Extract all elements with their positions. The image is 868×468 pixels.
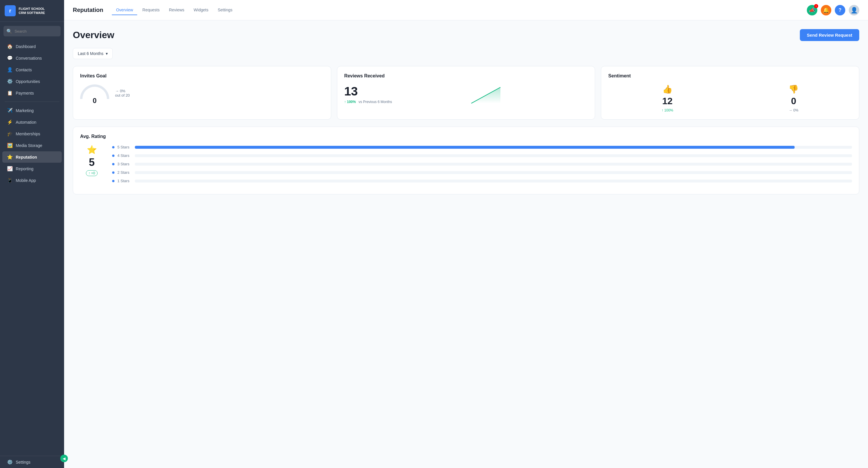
sidebar-item-label: Contacts (16, 68, 32, 72)
bar-row-3stars: 3 Stars (112, 162, 852, 166)
bar-fill (135, 146, 795, 149)
sidebar-item-mobile-app[interactable]: 📱 Mobile App (2, 175, 62, 186)
megaphone-button[interactable]: 📣 1 (807, 5, 817, 15)
chevron-down-icon: ▾ (106, 51, 108, 56)
send-review-request-button[interactable]: Send Review Request (800, 29, 859, 41)
sidebar-item-label: Marketing (16, 108, 33, 113)
top-nav-left: Reputation Overview Requests Reviews Wid… (73, 5, 237, 15)
mobile-app-icon: 📱 (7, 177, 13, 183)
logo-text: FLIGHT SCHOOL CRM SOFTWARE (19, 7, 45, 15)
reviews-pct-value: 100% (347, 100, 356, 104)
invites-content: 0 → 0% out of 20 (80, 85, 324, 102)
reviews-up-pct: ↑ 100% (344, 100, 356, 104)
sidebar: r FLIGHT SCHOOL CRM SOFTWARE 🔍 ⌘K + 🏠 Da… (0, 0, 64, 468)
sidebar-item-contacts[interactable]: 👤 Contacts (2, 64, 62, 75)
reputation-icon: ⭐ (7, 154, 13, 160)
top-nav: Reputation Overview Requests Reviews Wid… (64, 0, 868, 21)
sentiment-positive-pct: ↑ 100% (661, 108, 673, 112)
bar-label: 1 Stars (117, 179, 132, 183)
reviews-count: 13 (344, 85, 464, 98)
bar-track (135, 146, 852, 149)
sidebar-item-label: Dashboard (16, 44, 36, 49)
bar-dot (112, 180, 115, 182)
sidebar-search-container: 🔍 ⌘K + (3, 26, 61, 36)
sidebar-item-dashboard[interactable]: 🏠 Dashboard (2, 41, 62, 52)
tab-widgets[interactable]: Widgets (190, 5, 213, 15)
automation-icon: ⚡ (7, 119, 13, 125)
avg-score: 5 (89, 156, 95, 169)
nav-divider-1 (5, 102, 59, 102)
tab-reviews[interactable]: Reviews (165, 5, 188, 15)
reporting-icon: 📈 (7, 166, 13, 171)
sidebar-bottom: ⚙️ Settings (0, 456, 64, 468)
dashboard-icon: 🏠 (7, 44, 13, 49)
up-arrow-icon: ↑ (89, 171, 90, 175)
logo-letter: r (9, 8, 11, 14)
bell-button[interactable]: 🔔 (821, 5, 831, 15)
sidebar-collapse-button[interactable]: ◀ (60, 455, 68, 462)
bar-track (135, 171, 852, 174)
sidebar-item-reporting[interactable]: 📈 Reporting (2, 163, 62, 174)
memberships-icon: 🎓 (7, 131, 13, 136)
bar-row-4stars: 4 Stars (112, 154, 852, 158)
sidebar-item-label: Media Storage (16, 143, 42, 148)
settings-icon: ⚙️ (7, 459, 13, 465)
sidebar-item-payments[interactable]: 📋 Payments (2, 87, 62, 99)
sentiment-content: 👍 12 ↑ 100% 👎 0 → 0% (608, 85, 852, 112)
sidebar-item-opportunities[interactable]: ⚙️ Opportunities (2, 76, 62, 87)
tab-settings[interactable]: Settings (214, 5, 237, 15)
avatar[interactable]: 👤 (849, 5, 859, 15)
marketing-icon: ✈️ (7, 108, 13, 113)
arrow-right-icon: → (115, 89, 120, 93)
date-filter-dropdown[interactable]: Last 6 Months ▾ (73, 48, 113, 59)
thumbs-down-icon: 👎 (788, 85, 799, 94)
sidebar-item-memberships[interactable]: 🎓 Memberships (2, 128, 62, 139)
logo-line2: CRM SOFTWARE (19, 11, 45, 15)
sidebar-item-conversations[interactable]: 💬 Conversations (2, 53, 62, 64)
bar-row-5stars: 5 Stars (112, 145, 852, 149)
bars-area: 5 Stars 4 Stars (112, 145, 852, 187)
logo-icon: r (5, 5, 16, 16)
logo-line1: FLIGHT SCHOOL (19, 7, 45, 11)
bar-dot (112, 171, 115, 174)
bar-dot (112, 163, 115, 165)
reviews-main: 13 ↑ 100% vs Previous 6 Months (344, 85, 464, 104)
avg-rating-card: Avg. Rating ⭐ 5 ↑ +0 5 Stars (73, 127, 859, 194)
sentiment-negative-pct: → 0% (789, 108, 798, 112)
sidebar-item-label: Opportunities (16, 79, 40, 84)
bar-label: 5 Stars (117, 145, 132, 149)
megaphone-badge: 1 (814, 4, 818, 8)
sidebar-item-settings[interactable]: ⚙️ Settings (2, 456, 62, 468)
bar-label: 3 Stars (117, 162, 132, 166)
avg-change-value: +0 (91, 171, 95, 175)
bar-track (135, 154, 852, 157)
sentiment-title: Sentiment (608, 73, 852, 78)
sidebar-item-media-storage[interactable]: 🖼️ Media Storage (2, 140, 62, 151)
invites-out-of: out of 20 (115, 93, 130, 98)
contacts-icon: 👤 (7, 67, 13, 72)
page-section-title: Reputation (73, 7, 103, 13)
search-input[interactable] (14, 29, 63, 33)
avg-rating-title: Avg. Rating (80, 134, 852, 139)
sidebar-item-automation[interactable]: ⚡ Automation (2, 116, 62, 128)
bar-row-2stars: 2 Stars (112, 170, 852, 175)
avg-change-badge: ↑ +0 (86, 170, 98, 176)
tab-requests[interactable]: Requests (138, 5, 164, 15)
sidebar-item-label: Reputation (16, 155, 37, 160)
sidebar-item-label: Conversations (16, 56, 42, 61)
sidebar-item-marketing[interactable]: ✈️ Marketing (2, 105, 62, 116)
sidebar-item-reputation[interactable]: ⭐ Reputation (2, 152, 62, 163)
tab-overview[interactable]: Overview (112, 5, 137, 15)
avg-content: ⭐ 5 ↑ +0 5 Stars (80, 145, 852, 187)
reviews-line-chart (468, 85, 503, 105)
sidebar-nav: 🏠 Dashboard 💬 Conversations 👤 Contacts ⚙… (0, 40, 64, 186)
reviews-content: 13 ↑ 100% vs Previous 6 Months (344, 85, 588, 105)
reviews-received-title: Reviews Received (344, 73, 588, 78)
gauge-value: 0 (80, 97, 109, 105)
invites-meta: → 0% out of 20 (115, 89, 130, 98)
help-button[interactable]: ? (835, 5, 845, 15)
avg-left: ⭐ 5 ↑ +0 (80, 145, 103, 176)
thumbs-up-icon: 👍 (662, 85, 673, 94)
reviews-received-card: Reviews Received 13 ↑ 100% vs Previous 6… (337, 66, 595, 120)
sidebar-logo: r FLIGHT SCHOOL CRM SOFTWARE (0, 0, 64, 22)
